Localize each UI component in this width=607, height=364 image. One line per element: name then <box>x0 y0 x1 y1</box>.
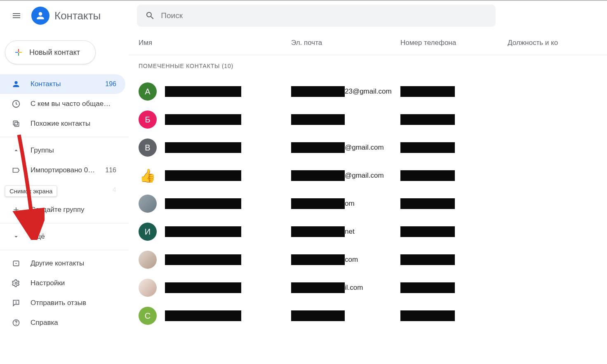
sidebar-item-other[interactable]: Другие контакты <box>0 254 125 273</box>
email-suffix: com <box>345 256 358 264</box>
sidebar-item-create-group[interactable]: Создайте группу <box>0 200 125 220</box>
divider <box>0 137 129 137</box>
redacted-name <box>165 86 241 97</box>
redacted-email <box>291 198 345 209</box>
avatar: Б <box>139 110 157 129</box>
table-row[interactable]: com <box>129 246 607 274</box>
section-label: ПОМЕЧЕННЫЕ КОНТАКТЫ (10) <box>129 55 607 77</box>
svg-point-4 <box>15 282 17 284</box>
redacted-name <box>165 198 241 209</box>
redacted-name <box>165 170 241 181</box>
tag-icon <box>12 166 21 175</box>
sidebar-item-count: 196 <box>105 80 116 88</box>
redacted-phone <box>400 170 455 181</box>
table-row[interactable]: om <box>129 190 607 218</box>
contacts-list: А23@gmail.comБВ@gmail.com👍@gmail.comomИn… <box>129 77 607 330</box>
search-input[interactable] <box>160 5 492 27</box>
table-row[interactable]: Б <box>129 106 607 134</box>
avatar: В <box>139 139 157 157</box>
redacted-phone <box>400 254 455 265</box>
redacted-name <box>165 310 241 321</box>
sidebar-item-settings[interactable]: Настройки <box>0 273 125 293</box>
header: Контакты <box>0 1 607 31</box>
sidebar-groups-header[interactable]: Группы <box>0 141 125 160</box>
sidebar-item-label: Группы <box>31 146 116 155</box>
plus-icon <box>14 47 24 57</box>
add-icon <box>12 205 21 214</box>
avatar <box>139 195 157 213</box>
sidebar-item-feedback[interactable]: Отправить отзыв <box>0 293 125 313</box>
sidebar-item-frequent[interactable]: С кем вы часто общае… <box>0 94 125 114</box>
avatar: 👍 <box>139 167 157 185</box>
redacted-phone <box>400 198 455 209</box>
email-suffix: 23@gmail.com <box>345 87 392 96</box>
email-suffix: il.com <box>345 284 363 292</box>
gear-icon <box>12 279 21 288</box>
brand: Контакты <box>31 7 101 25</box>
email-suffix: om <box>345 200 355 208</box>
column-header-job[interactable]: Должность и ко <box>508 39 607 47</box>
email-suffix: @gmail.com <box>345 143 384 152</box>
hamburger-icon <box>12 11 21 21</box>
redacted-email <box>291 114 345 125</box>
new-contact-label: Новый контакт <box>29 48 80 57</box>
email-suffix: @gmail.com <box>345 171 384 180</box>
redacted-phone <box>400 226 455 237</box>
redacted-email <box>291 170 345 181</box>
search-bar[interactable] <box>137 5 496 27</box>
redacted-name <box>165 114 241 125</box>
redacted-phone <box>400 282 455 293</box>
redacted-email <box>291 142 345 153</box>
redacted-phone <box>400 142 455 153</box>
redacted-email <box>291 226 345 237</box>
table-row[interactable]: 👍@gmail.com <box>129 162 607 190</box>
table-row[interactable]: С <box>129 302 607 330</box>
redacted-email <box>291 86 345 97</box>
redacted-phone <box>400 114 455 125</box>
redacted-name <box>165 282 241 293</box>
redacted-phone <box>400 310 455 321</box>
main-menu-button[interactable] <box>7 6 26 26</box>
sidebar-item-more[interactable]: Ещё <box>0 227 125 247</box>
sidebar-item-similar[interactable]: Похожие контакты <box>0 114 125 134</box>
column-header-phone[interactable]: Номер телефона <box>400 39 508 47</box>
column-header-name[interactable]: Имя <box>139 39 291 47</box>
divider <box>0 223 129 223</box>
column-header-email[interactable]: Эл. почта <box>291 39 400 47</box>
main-content: Имя Эл. почта Номер телефона Должность и… <box>129 31 607 364</box>
archive-icon <box>12 259 21 268</box>
sidebar-item-label: Отправить отзыв <box>31 299 116 307</box>
avatar <box>139 251 157 269</box>
sidebar-item-count: 116 <box>105 167 116 174</box>
redacted-email <box>291 282 345 293</box>
app-title: Контакты <box>54 9 101 22</box>
sidebar-item-contacts[interactable]: Контакты 196 <box>0 74 125 94</box>
sidebar-item-imported[interactable]: Импортировано 03… 116 <box>0 160 125 180</box>
table-row[interactable]: В@gmail.com <box>129 134 607 162</box>
sidebar-item-label: С кем вы часто общае… <box>31 100 116 108</box>
avatar: А <box>139 82 157 101</box>
table-row[interactable]: Иnet <box>129 218 607 246</box>
sidebar-item-label: Импортировано 03… <box>31 166 95 174</box>
svg-point-5 <box>16 303 16 303</box>
avatar <box>139 279 157 297</box>
person-icon <box>12 80 21 89</box>
sidebar-item-count: 4 <box>113 186 116 194</box>
sidebar: Новый контакт Контакты 196 С кем вы част… <box>0 31 129 364</box>
copy-icon <box>12 119 21 128</box>
screenshot-tooltip: Снимок экрана <box>5 186 57 197</box>
table-row[interactable]: А23@gmail.com <box>129 77 607 106</box>
contacts-app-icon <box>31 7 49 25</box>
redacted-email <box>291 254 345 265</box>
avatar: С <box>139 307 157 325</box>
sidebar-item-label: Ещё <box>31 232 116 241</box>
sidebar-item-label: Создайте группу <box>31 206 116 214</box>
new-contact-button[interactable]: Новый контакт <box>5 40 96 64</box>
redacted-phone <box>400 86 455 97</box>
divider <box>0 250 129 250</box>
sidebar-item-label: Справка <box>31 319 116 327</box>
table-row[interactable]: il.com <box>129 274 607 302</box>
sidebar-item-help[interactable]: Справка <box>0 313 125 333</box>
chevron-up-icon <box>12 146 21 155</box>
sidebar-item-label: Контакты <box>31 80 95 88</box>
